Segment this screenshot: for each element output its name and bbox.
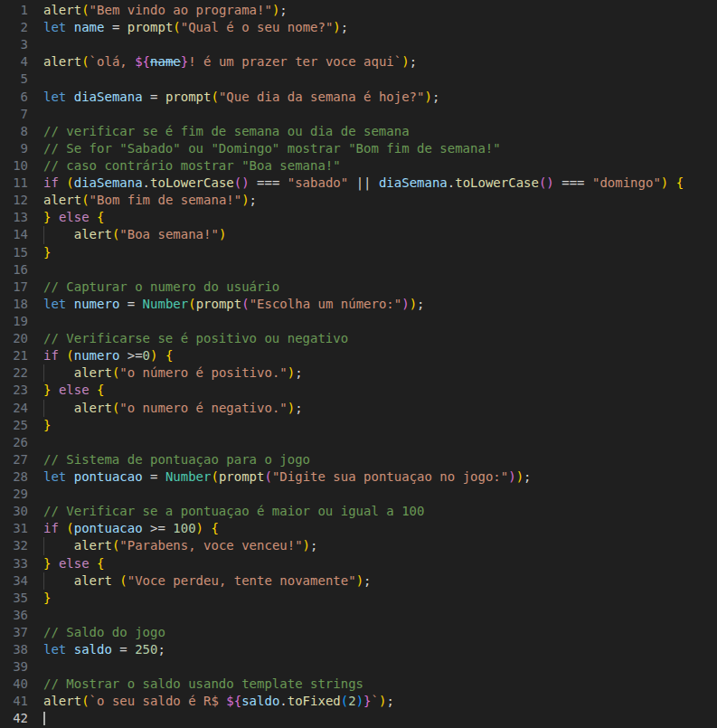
code-line[interactable]: 35} [0,590,717,607]
code-text: let saldo = 250; [28,641,717,658]
code-line[interactable]: 39 [0,658,717,676]
code-line[interactable]: 7 [0,106,717,123]
code-text: alert("Parabens, voce venceu!"); [28,537,717,554]
code-token: "Boa semana!" [119,227,219,241]
line-number: 17 [0,279,28,296]
code-token: ) [661,175,668,190]
code-line[interactable]: 18let numero = Number(prompt("Escolha um… [0,296,717,313]
code-token [51,556,58,571]
code-line[interactable]: 29 [0,486,717,503]
code-line[interactable]: 16 [0,261,717,279]
code-token: 100 [173,521,195,535]
code-line[interactable]: 38let saldo = 250; [0,641,717,658]
code-line[interactable]: 27// Sistema de pontuaçao para o jogo [0,451,717,468]
code-line[interactable]: 42 [0,710,717,727]
code-line[interactable]: 33} else { [0,555,717,572]
code-token: ( [81,694,89,708]
line-number: 6 [0,89,28,106]
code-line[interactable]: 4alert(`olá, ${name}! é um prazer ter vo… [0,53,717,71]
code-token: alert [74,573,112,588]
code-token: ; [432,90,439,104]
code-text: } else { [28,382,717,399]
code-token: . [279,694,287,708]
code-token: ! é um prazer ter voce aqui` [188,54,401,69]
code-text: let pontuacao = Number(prompt("Digite su… [28,468,717,486]
line-number: 37 [0,624,28,641]
code-line[interactable]: 34 alert ("Voce perdeu, tente novamente"… [0,572,717,590]
code-line[interactable]: 37// Saldo do jogo [0,624,717,641]
code-token: === [250,175,288,190]
indent-guide [43,226,44,243]
code-line[interactable]: 26 [0,434,717,451]
code-token: diaSemana [379,175,448,190]
code-token: // Verificarse se é positivo ou negativo [43,331,348,345]
code-text: alert("o número é positivo."); [28,364,717,382]
code-line[interactable]: 41alert(`o seu saldo é R$ ${saldo.toFixe… [0,693,717,710]
code-token: { [211,521,218,535]
code-line[interactable]: 36 [0,607,717,624]
code-line[interactable]: 31if (pontuacao >= 100) { [0,520,717,537]
code-token: else [59,210,90,224]
code-text: // Verificar se a pontuaçao é maior ou i… [28,503,717,520]
line-number: 13 [0,209,28,226]
code-line[interactable]: 24 alert("o numero é negativo."); [0,400,717,417]
code-token: "o numero é negativo." [119,401,287,415]
line-number: 3 [0,36,28,53]
code-token: alert [43,193,81,207]
code-line[interactable]: 8// verificar se é fim de semana ou dia … [0,123,717,140]
code-line[interactable]: 5 [0,71,717,88]
code-token [157,348,165,363]
code-line[interactable]: 9// Se for "Sabado" ou "Domingo" mostrar… [0,140,717,157]
line-number: 22 [0,364,28,382]
code-line[interactable]: 25} [0,417,717,434]
line-number: 26 [0,434,28,451]
code-editor[interactable]: 1alert("Bem vindo ao programa!");2let na… [0,0,717,728]
code-token: if [43,175,59,190]
code-token: () [234,175,250,190]
code-token: = [112,642,135,657]
code-token [43,538,74,553]
code-token: "domingo" [592,175,661,190]
code-token: numero [74,348,120,363]
code-token: ; [524,469,531,484]
line-number: 21 [0,347,28,364]
code-token: 0 [143,348,150,363]
code-text: } [28,590,717,607]
code-line[interactable]: 13} else { [0,209,717,226]
code-line[interactable]: 28let pontuacao = Number(prompt("Digite … [0,468,717,486]
code-line[interactable]: 11if (diaSemana.toLowerCase() === "sabad… [0,175,717,192]
code-line[interactable]: 32 alert("Parabens, voce venceu!"); [0,537,717,554]
code-line[interactable]: 20// Verificarse se é positivo ou negati… [0,330,717,347]
line-number: 2 [0,19,28,36]
code-line[interactable]: 10// caso contrário mostrar "Boa semana!… [0,157,717,175]
code-token: else [59,556,90,571]
code-token: ( [66,521,73,535]
code-token: "Parabens, voce venceu!" [119,538,302,553]
code-line[interactable]: 14 alert("Boa semana!") [0,226,717,243]
code-line[interactable]: 15} [0,244,717,261]
code-line[interactable]: 17// Capturar o numero do usuário [0,279,717,296]
code-token: Number [143,297,189,311]
indent-guide [43,400,44,417]
code-line[interactable]: 6let diaSemana = prompt("Que dia da sema… [0,89,717,106]
code-line[interactable]: 40// Mostrar o saldo usando template str… [0,676,717,693]
code-token: alert [74,365,112,380]
code-line[interactable]: 22 alert("o número é positivo."); [0,364,717,382]
code-token: Number [165,469,212,484]
code-text: if (pontuacao >= 100) { [28,520,717,537]
code-token: . [143,175,150,190]
code-token: = [119,297,142,311]
code-line[interactable]: 19 [0,313,717,330]
code-token: `olá, [90,54,136,69]
code-line[interactable]: 2let name = prompt("Qual é o seu nome?")… [0,19,717,36]
code-token: "Escolha um número:" [250,297,402,311]
code-line[interactable]: 1alert("Bem vindo ao programa!"); [0,2,717,19]
code-line[interactable]: 30// Verificar se a pontuaçao é maior ou… [0,503,717,520]
code-line[interactable]: 21if (numero >=0) { [0,347,717,364]
code-text: let numero = Number(prompt("Escolha um n… [28,296,717,313]
code-line[interactable]: 3 [0,36,717,53]
code-line[interactable]: 23} else { [0,382,717,399]
code-token: } [43,418,51,432]
code-token: ) [508,469,515,484]
code-line[interactable]: 12alert("Bom fim de semana!"); [0,192,717,209]
